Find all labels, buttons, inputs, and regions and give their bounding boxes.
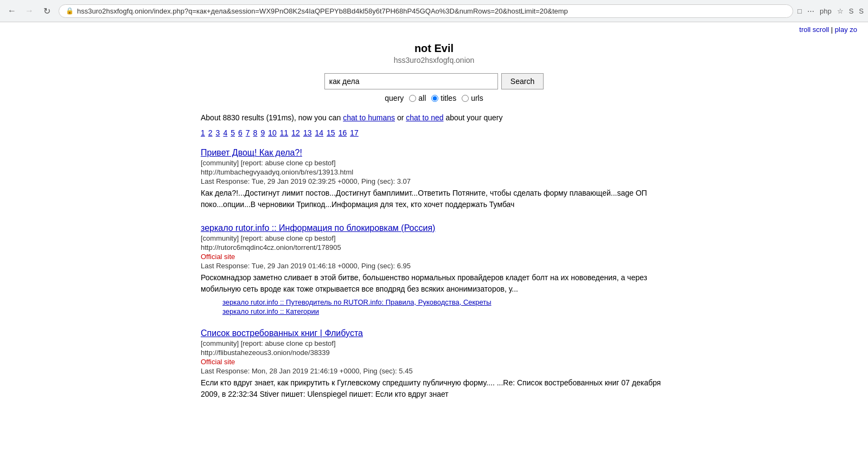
result-item: Привет Двощ! Как дела?![community] [repo… — [201, 148, 667, 210]
page-link[interactable]: 6 — [238, 128, 242, 137]
lock-icon: 🔒 — [66, 7, 74, 15]
php-badge: php — [820, 7, 832, 15]
result-snippet: Как дела?!...Достигнут лимит постов...До… — [201, 188, 667, 210]
extensions-icon: □ — [797, 7, 802, 15]
chat-to-ned-link[interactable]: chat to ned — [406, 113, 443, 122]
result-url: http://tumbachegvyaadyq.onion/b/res/1391… — [201, 168, 667, 176]
or-text: or — [395, 113, 406, 122]
page-link[interactable]: 12 — [291, 128, 300, 137]
page-link[interactable]: 11 — [280, 128, 289, 137]
page-link[interactable]: 15 — [327, 128, 335, 137]
all-label: all — [418, 94, 426, 102]
result-title[interactable]: Список востребованных книг | Флибуста — [201, 328, 667, 338]
reload-button[interactable]: ↻ — [39, 3, 54, 18]
result-ping: Last Response: Tue, 29 Jan 2019 02:39:25… — [201, 177, 667, 185]
result-official: Official site — [201, 358, 667, 366]
browser-toolbar: ← → ↻ 🔒 □ ⋯ php ☆ S S — [0, 0, 868, 22]
result-meta: [community] [report: abuse clone cp best… — [201, 339, 667, 347]
search-options: query all titles urls — [201, 94, 667, 102]
all-radio[interactable] — [409, 95, 416, 102]
result-snippet: Роскомнадзор заметно сливает в этой битв… — [201, 272, 667, 295]
sub-link[interactable]: зеркало rutor.info :: Путеводитель по RU… — [222, 298, 667, 306]
page-content: not Evil hss3uro2hsxfogfq.onion Search q… — [190, 37, 678, 418]
page-link[interactable]: 14 — [315, 128, 323, 137]
nav-buttons: ← → ↻ — [4, 3, 54, 18]
page-link[interactable]: 2 — [208, 128, 213, 137]
result-ping: Last Response: Tue, 29 Jan 2019 01:46:18… — [201, 262, 667, 270]
results-text: About 8830 results (191ms), now you can — [201, 113, 343, 122]
top-links-bar: troll scroll | play zo — [0, 22, 868, 37]
address-bar[interactable] — [77, 7, 786, 15]
results-container: Привет Двощ! Как дела?![community] [repo… — [201, 148, 667, 400]
site-domain: hss3uro2hsxfogfq.onion — [201, 56, 667, 64]
all-option[interactable]: all — [409, 94, 426, 102]
troll-scroll-link[interactable]: troll scroll — [799, 25, 829, 34]
result-item: зеркало rutor.info :: Информация по блок… — [201, 223, 667, 315]
profile-icon[interactable]: S — [849, 7, 854, 15]
site-title: not Evil — [201, 42, 667, 55]
result-title[interactable]: Привет Двощ! Как дела?! — [201, 148, 667, 158]
forward-button[interactable]: → — [22, 3, 37, 18]
profile-icon2[interactable]: S — [859, 7, 864, 15]
result-title[interactable]: зеркало rutor.info :: Информация по блок… — [201, 223, 667, 233]
separator: | — [831, 25, 835, 34]
result-meta: [community] [report: abuse clone cp best… — [201, 159, 667, 167]
browser-chrome: ← → ↻ 🔒 □ ⋯ php ☆ S S — [0, 0, 868, 22]
sub-links: зеркало rutor.info :: Путеводитель по RU… — [201, 298, 667, 315]
result-snippet: Если кто вдруг знает, как прикрутить к Г… — [201, 377, 667, 400]
page-link[interactable]: 5 — [231, 128, 235, 137]
results-info: About 8830 results (191ms), now you can … — [201, 113, 667, 122]
urls-radio[interactable] — [462, 95, 469, 102]
suffix-text: about your query — [444, 113, 503, 122]
page-link[interactable]: 13 — [303, 128, 312, 137]
page-link[interactable]: 8 — [253, 128, 258, 137]
search-box-container: Search — [201, 73, 667, 89]
titles-label: titles — [441, 94, 456, 102]
query-label: query — [385, 94, 404, 102]
search-input[interactable] — [324, 73, 498, 89]
result-item: Список востребованных книг | Флибуста[co… — [201, 328, 667, 400]
page-link[interactable]: 7 — [246, 128, 250, 137]
pagination: 1234567891011121314151617 — [201, 128, 667, 137]
search-button[interactable]: Search — [501, 73, 544, 89]
address-bar-container: 🔒 — [59, 4, 793, 18]
result-ping: Last Response: Mon, 28 Jan 2019 21:46:19… — [201, 367, 667, 375]
page-link[interactable]: 3 — [216, 128, 220, 137]
result-meta: [community] [report: abuse clone cp best… — [201, 234, 667, 242]
play-zo-link[interactable]: play zo — [835, 25, 857, 34]
sub-link[interactable]: зеркало rutor.info :: Категории — [222, 307, 667, 315]
page-link[interactable]: 17 — [350, 128, 359, 137]
page-link[interactable]: 4 — [223, 128, 227, 137]
urls-option[interactable]: urls — [462, 94, 483, 102]
result-url: http://flibustahezeous3.onion/node/38339 — [201, 349, 667, 357]
star-icon[interactable]: ☆ — [837, 7, 844, 15]
toolbar-right: □ ⋯ php ☆ S S — [797, 7, 864, 15]
titles-radio[interactable] — [431, 95, 438, 102]
page-link[interactable]: 10 — [268, 128, 277, 137]
back-button[interactable]: ← — [4, 3, 20, 18]
urls-label: urls — [471, 94, 483, 102]
chat-to-humans-link[interactable]: chat to humans — [343, 113, 395, 122]
page-link[interactable]: 1 — [201, 128, 205, 137]
menu-icon[interactable]: ⋯ — [807, 7, 814, 15]
page-link[interactable]: 16 — [339, 128, 347, 137]
result-official: Official site — [201, 253, 667, 261]
page-link[interactable]: 9 — [260, 128, 265, 137]
result-url: http://rutorc6mqdinc4cz.onion/torrent/17… — [201, 243, 667, 251]
titles-option[interactable]: titles — [431, 94, 456, 102]
